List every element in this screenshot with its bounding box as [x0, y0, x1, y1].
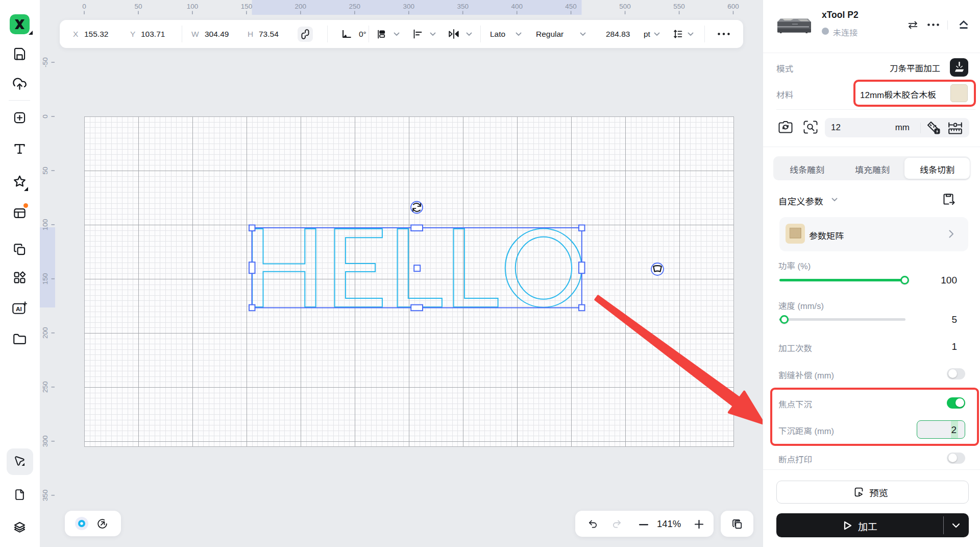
- svg-text:400: 400: [511, 3, 523, 10]
- svg-text:200: 200: [41, 327, 49, 339]
- svg-text:150: 150: [241, 3, 253, 10]
- svg-text:AI: AI: [16, 305, 22, 312]
- svg-text:350: 350: [41, 489, 49, 501]
- svg-text:200: 200: [295, 3, 307, 10]
- svg-text:300: 300: [403, 3, 415, 10]
- svg-text:50: 50: [41, 167, 49, 174]
- svg-text:0: 0: [41, 114, 49, 118]
- svg-text:250: 250: [41, 382, 49, 393]
- svg-text:100: 100: [187, 3, 199, 10]
- svg-text:350: 350: [457, 3, 469, 10]
- svg-text:500: 500: [619, 3, 631, 10]
- svg-text:150: 150: [41, 273, 49, 285]
- svg-text:0: 0: [82, 3, 86, 10]
- svg-text:600: 600: [727, 3, 739, 10]
- svg-text:-50: -50: [41, 57, 49, 67]
- svg-text:450: 450: [565, 3, 577, 10]
- svg-text:50: 50: [134, 3, 142, 10]
- svg-text:300: 300: [41, 436, 49, 447]
- svg-text:550: 550: [673, 3, 685, 10]
- svg-text:250: 250: [349, 3, 361, 10]
- svg-text:100: 100: [41, 219, 49, 231]
